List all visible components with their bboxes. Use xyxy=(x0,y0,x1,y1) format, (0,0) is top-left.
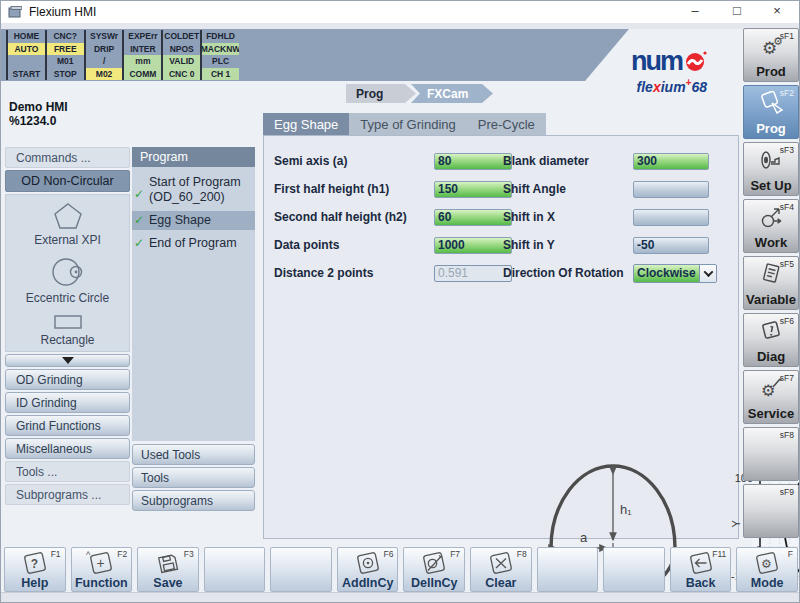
status-lamp-home: HOME xyxy=(6,30,45,43)
program-item-end[interactable]: ✓ End of Program xyxy=(132,234,255,253)
rectangle-icon[interactable] xyxy=(52,313,84,331)
shift-angle-row: Shift Angle xyxy=(503,180,709,198)
chevron-down-icon[interactable] xyxy=(699,265,716,282)
status-lamp-ch-1: CH 1 xyxy=(200,68,239,81)
shape-item-rectangle[interactable]: Rectangle xyxy=(40,333,94,347)
menu-button-set-up[interactable]: sF3Set Up xyxy=(743,142,799,196)
flexium-logo: flexium+68 xyxy=(631,77,707,95)
status-lamp-experr: EXPErr xyxy=(122,30,161,43)
check-icon: ✓ xyxy=(134,187,144,202)
sidebar-item-id-grinding[interactable]: ID Grinding xyxy=(5,392,130,413)
toolbar-button-empty[interactable] xyxy=(603,547,665,592)
maximize-button[interactable]: □ xyxy=(717,1,757,23)
app-icon xyxy=(8,6,22,18)
addincy-icon xyxy=(352,550,384,577)
toolbar-button-delincy[interactable]: F7DelInCy xyxy=(403,547,465,592)
toolbar-button-function[interactable]: F2+^Function xyxy=(71,547,133,592)
second-half-height-h2-input[interactable] xyxy=(434,209,512,226)
tools-list-button[interactable]: Tools xyxy=(132,467,255,488)
menu-button-service[interactable]: sF7⚙Service xyxy=(743,370,799,424)
right-function-menu: sF1⚙⚙ProdsF2ProgsF3Set UpsF4WorksF5Varia… xyxy=(743,28,799,538)
toolbar-button-empty[interactable] xyxy=(204,547,266,592)
tools-button[interactable]: Tools ... xyxy=(5,461,130,482)
num-logo-icon xyxy=(685,50,707,72)
program-item-egg-shape[interactable]: ✓ Egg Shape xyxy=(132,211,255,230)
second-half-height-h2-label: Second half height (h2) xyxy=(274,210,434,224)
toolbar-button-addincy[interactable]: F6AddInCy xyxy=(337,547,399,592)
first-half-height-h1-input[interactable] xyxy=(434,181,512,198)
direction-of-rotation-select[interactable]: Clockwise xyxy=(633,264,717,283)
menu-button-label: Variable xyxy=(744,292,798,307)
chevron-down-icon xyxy=(62,357,74,364)
direction-of-rotation-row: Direction Of RotationClockwise xyxy=(503,264,717,282)
menu-button-prod[interactable]: sF1⚙⚙Prod xyxy=(743,28,799,82)
menu-button-label: Work xyxy=(744,235,798,250)
menu-button-sF8[interactable]: sF8 xyxy=(743,427,799,481)
toolbar-button-clear[interactable]: F8Clear xyxy=(470,547,532,592)
tab-pre-cycle[interactable]: Pre-Cycle xyxy=(467,113,546,135)
svg-text:⚙: ⚙ xyxy=(761,382,775,399)
hmi-name: Demo HMI xyxy=(9,100,68,114)
semi-axis-a-input[interactable] xyxy=(434,153,512,170)
status-lamp--: / xyxy=(84,55,123,68)
toolbar-button-back[interactable]: F11Back xyxy=(670,547,732,592)
toolbar-button-help[interactable]: F1?Help xyxy=(4,547,66,592)
status-lamp-m02: M02 xyxy=(84,68,123,81)
toolbar-button-label: Help xyxy=(5,576,65,590)
second-half-height-h2-row: Second half height (h2) xyxy=(274,208,512,226)
used-tools-button[interactable]: Used Tools xyxy=(132,444,255,465)
sidebar-item-od-grinding[interactable]: OD Grinding xyxy=(5,369,130,390)
sidebar-item-grind-functions[interactable]: Grind Functions xyxy=(5,415,130,436)
tab-egg-shape[interactable]: Egg Shape xyxy=(263,113,349,135)
toolbar-button-empty[interactable] xyxy=(270,547,332,592)
breadcrumb-prog[interactable]: Prog xyxy=(346,84,416,103)
program-item-start[interactable]: ✓ Start of Program (OD_60_200) xyxy=(132,173,255,207)
menu-button-prog[interactable]: sF2Prog xyxy=(743,85,799,139)
fkey-label: F6 xyxy=(384,549,394,559)
menu-button-sF9[interactable]: sF9 xyxy=(743,484,799,538)
tab-type-of-grinding[interactable]: Type of Grinding xyxy=(349,113,466,135)
diag-icon xyxy=(758,318,784,344)
app-window: Flexium HMI – □ × HOMECNC?SYSWrEXPErrCOL… xyxy=(0,0,800,603)
breadcrumb-fxcam[interactable]: FXCam xyxy=(411,84,493,103)
fkey-label: F3 xyxy=(184,549,194,559)
more-shapes-button[interactable] xyxy=(5,354,130,367)
close-button[interactable]: × xyxy=(757,1,797,23)
fkey-label: F2 xyxy=(117,549,127,559)
variable-icon xyxy=(758,261,784,287)
menu-button-label: Service xyxy=(744,406,798,421)
menu-button-variable[interactable]: sF5Variable xyxy=(743,256,799,310)
sidebar-item-miscellaneous[interactable]: Miscellaneous xyxy=(5,438,130,459)
status-lamp-m01: M01 xyxy=(45,55,84,68)
bottom-toolbar: F1?HelpF2+^FunctionF3SaveF6AddInCyF7DelI… xyxy=(4,547,798,592)
machine-status-grid: HOMECNC?SYSWrEXPErrCOLDETFDHLDAUTOFREEDR… xyxy=(6,30,239,80)
shape-item-external-xpi[interactable]: External XPI xyxy=(34,233,101,247)
data-points-input[interactable] xyxy=(434,237,512,254)
toolbar-button-save[interactable]: F3Save xyxy=(137,547,199,592)
menu-button-label: Prod xyxy=(744,64,798,79)
eccentric-circle-icon[interactable] xyxy=(50,255,86,289)
subprograms-list-button[interactable]: Subprograms xyxy=(132,490,255,511)
left-sidebar: Commands ... OD Non-Circular External XP… xyxy=(5,147,130,505)
toolbar-button-mode[interactable]: F⚙Mode xyxy=(736,547,798,592)
menu-button-diag[interactable]: sF6Diag xyxy=(743,313,799,367)
shift-in-x-input[interactable] xyxy=(633,209,709,226)
shift-in-y-input[interactable] xyxy=(633,237,709,254)
svg-text:⚙: ⚙ xyxy=(761,557,772,571)
check-icon: ✓ xyxy=(134,236,144,251)
sidebar-item-od-non-circular[interactable]: OD Non-Circular xyxy=(5,170,130,192)
toolbar-button-empty[interactable] xyxy=(537,547,599,592)
shape-item-eccentric-circle[interactable]: Eccentric Circle xyxy=(26,291,109,305)
pentagon-icon[interactable] xyxy=(52,201,84,231)
shift-angle-input[interactable] xyxy=(633,181,709,198)
menu-button-work[interactable]: sF4Work xyxy=(743,199,799,253)
subprograms-button[interactable]: Subprograms ... xyxy=(5,484,130,505)
minimize-button[interactable]: – xyxy=(675,1,715,23)
commands-button[interactable]: Commands ... xyxy=(5,147,130,168)
toolbar-button-label: Clear xyxy=(471,576,531,590)
h1-label: h₁ xyxy=(620,502,632,517)
status-bar xyxy=(1,592,799,603)
setup-icon xyxy=(758,147,784,173)
fkey-label: F7 xyxy=(450,549,460,559)
blank-diameter-input[interactable] xyxy=(633,153,709,170)
